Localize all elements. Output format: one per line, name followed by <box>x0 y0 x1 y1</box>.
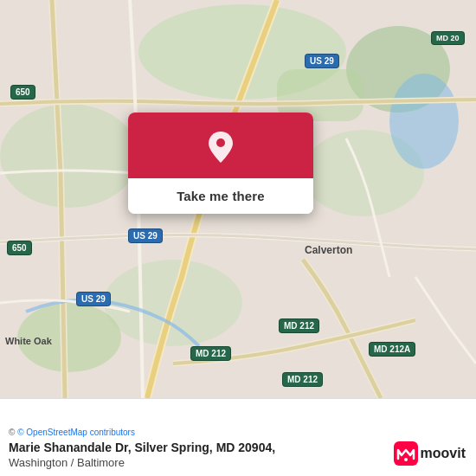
moovit-logo: moovit <box>394 441 466 466</box>
osm-icon: © <box>9 428 15 437</box>
location-popup: Take me there <box>128 113 313 214</box>
popup-icon-area <box>128 113 313 178</box>
svg-point-10 <box>216 138 225 147</box>
svg-point-8 <box>389 74 459 169</box>
svg-point-12 <box>404 458 408 461</box>
svg-point-2 <box>0 104 138 208</box>
osm-attribution: © © OpenStreetMap contributors <box>9 428 467 437</box>
svg-point-7 <box>17 303 121 372</box>
map-view[interactable]: US 29 650 US 29 650 US 29 MD 212 MD 212 … <box>0 0 476 398</box>
road-badge-650-lower: 650 <box>7 241 32 255</box>
road-badge-md212-lower: MD 212 <box>282 372 323 387</box>
road-badge-650-upper: 650 <box>10 85 35 100</box>
road-badge-us29-mid: US 29 <box>128 228 163 243</box>
bottom-info-bar: © © OpenStreetMap contributors Marie Sha… <box>0 398 476 476</box>
road-badge-md212-mid: MD 212 <box>190 346 231 361</box>
moovit-text: moovit <box>421 446 466 461</box>
moovit-icon <box>394 441 418 466</box>
road-badge-md212a: MD 212A <box>369 342 415 357</box>
road-badge-md212-upper: MD 212 <box>279 318 319 333</box>
osm-link[interactable]: © OpenStreetMap contributors <box>17 428 135 437</box>
road-badge-md20: MD 20 <box>431 31 465 45</box>
road-badge-us29-north: US 29 <box>305 54 339 68</box>
location-pin-icon <box>202 128 240 166</box>
take-me-there-button[interactable]: Take me there <box>128 178 313 214</box>
road-badge-us29-south: US 29 <box>76 292 111 306</box>
